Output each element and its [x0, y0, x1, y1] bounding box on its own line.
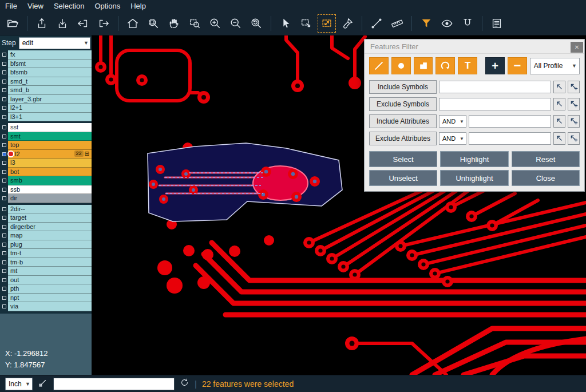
unhighlight-button[interactable]: Unhighlight [440, 170, 508, 186]
layer-row[interactable]: pth ⊞ [0, 284, 92, 294]
layer-row[interactable]: l3 ⊞ [0, 159, 92, 168]
layer-notes-icon[interactable] [488, 14, 506, 33]
pick-add-symbol-icon[interactable] [568, 98, 580, 110]
layer-visibility-checkbox[interactable] [0, 95, 8, 104]
layer-row[interactable]: tm-t ⊞ [0, 249, 92, 258]
layer-row[interactable]: smd_t ⊞ [0, 77, 92, 86]
import-down-icon[interactable] [53, 14, 72, 33]
layer-visibility-checkbox[interactable] [0, 60, 8, 69]
include-attributes-label[interactable]: Include Attributes [369, 114, 437, 128]
dialog-titlebar[interactable]: Features Filter ✕ [365, 39, 584, 54]
layer-row[interactable]: l2+1 ⊞ [0, 104, 92, 113]
menu-view[interactable]: View [27, 2, 43, 10]
layer-visibility-checkbox[interactable] [0, 113, 8, 122]
pad-feature-button[interactable] [391, 57, 411, 74]
layer-row[interactable]: sst ⊞ [0, 123, 92, 132]
layer-visibility-checkbox[interactable] [0, 141, 8, 150]
pick-add-attribute-icon[interactable] [568, 132, 580, 145]
paint-icon[interactable] [338, 14, 357, 33]
pick-add-symbol-icon[interactable] [568, 81, 580, 93]
layer-row[interactable]: l2 22 ⊞ [0, 150, 92, 159]
select-button[interactable]: Select [369, 151, 437, 167]
close-icon[interactable]: ✕ [571, 42, 583, 53]
layer-visibility-checkbox[interactable] [0, 267, 8, 276]
layer-visibility-checkbox[interactable] [0, 68, 8, 77]
open-folder-icon[interactable] [3, 14, 22, 33]
layer-row[interactable]: smb ⊞ [0, 176, 92, 185]
reset-button[interactable]: Reset [512, 151, 580, 167]
layer-visibility-checkbox[interactable] [0, 168, 8, 177]
exclude-attributes-label[interactable]: Exclude Attributes [369, 132, 437, 145]
layer-visibility-checkbox[interactable] [0, 104, 8, 113]
layer-row[interactable]: tm-b ⊞ [0, 258, 92, 267]
menu-selection[interactable]: Selection [54, 2, 84, 10]
layer-row[interactable]: bfsmt ⊞ [0, 60, 92, 69]
layer-visibility-checkbox[interactable] [0, 240, 8, 250]
layer-visibility-checkbox[interactable] [0, 258, 8, 267]
text-feature-button[interactable]: T [458, 57, 477, 74]
home-icon[interactable] [124, 14, 142, 33]
pick-add-attribute-icon[interactable] [568, 115, 580, 128]
layer-row[interactable]: mt ⊞ [0, 267, 92, 276]
select-rect-icon[interactable] [297, 14, 315, 33]
menu-options[interactable]: Options [94, 2, 120, 10]
layer-visibility-checkbox[interactable] [0, 77, 8, 86]
snap-angle-icon[interactable] [38, 378, 48, 390]
highlight-button[interactable]: Highlight [440, 151, 508, 167]
layer-row[interactable]: dirgerber ⊞ [0, 223, 92, 232]
layer-row[interactable]: via ⊞ [0, 302, 92, 311]
layer-row[interactable]: ssb ⊞ [0, 185, 92, 195]
layer-visibility-checkbox[interactable] [0, 249, 8, 258]
export-up-icon[interactable] [33, 14, 51, 33]
arc-feature-button[interactable] [435, 57, 455, 74]
include-attributes-input[interactable] [469, 115, 551, 128]
pcb-canvas[interactable]: Features Filter ✕ T [92, 35, 586, 375]
layer-visibility-checkbox[interactable] [0, 194, 8, 203]
menu-help[interactable]: Help [130, 2, 146, 10]
layer-visibility-checkbox[interactable] [0, 86, 8, 95]
zoom-selection-icon[interactable] [185, 14, 204, 33]
exclude-attributes-operator[interactable]: AND ▼ [439, 132, 466, 145]
surface-feature-button[interactable] [414, 57, 433, 74]
send-left-icon[interactable] [74, 14, 92, 33]
pick-symbol-icon[interactable] [553, 81, 565, 93]
layer-visibility-checkbox[interactable] [0, 159, 8, 168]
layer-row[interactable]: map ⊞ [0, 231, 92, 240]
layer-visibility-checkbox[interactable] [0, 132, 8, 141]
layer-row[interactable]: dir ⊞ [0, 194, 92, 203]
layer-visibility-checkbox[interactable] [0, 176, 8, 185]
pick-attribute-icon[interactable] [553, 132, 565, 145]
layer-row[interactable]: layer_3.gbr ⊞ [0, 95, 92, 104]
layer-row[interactable]: bfsmb ⊞ [0, 68, 92, 77]
exclude-symbols-input[interactable] [439, 98, 551, 110]
unit-select[interactable]: Inch ▼ [5, 378, 33, 390]
snap-icon[interactable] [458, 14, 477, 33]
layer-visibility-checkbox[interactable] [0, 284, 8, 294]
layer-visibility-checkbox[interactable] [0, 185, 8, 195]
zoom-reset-icon[interactable] [247, 14, 266, 33]
zoom-area-icon[interactable] [144, 14, 163, 33]
measure-distance-icon[interactable] [367, 14, 386, 33]
layer-row[interactable]: bot ⊞ [0, 168, 92, 177]
layer-visibility-checkbox[interactable] [0, 50, 8, 60]
pan-hand-icon[interactable] [165, 14, 183, 33]
pick-attribute-icon[interactable] [553, 115, 565, 128]
layer-visibility-checkbox[interactable] [0, 123, 8, 132]
layer-row[interactable]: out ⊞ [0, 276, 92, 285]
include-symbols-input[interactable] [439, 81, 551, 93]
pick-symbol-icon[interactable] [553, 98, 565, 110]
menu-file[interactable]: File [5, 2, 17, 10]
features-filter-icon[interactable] [417, 14, 435, 33]
layer-visibility-checkbox[interactable] [0, 302, 8, 311]
zoom-in-icon[interactable] [206, 14, 224, 33]
remove-filter-button[interactable]: − [508, 57, 527, 74]
step-select[interactable]: edit ▼ [19, 37, 90, 49]
send-right-icon[interactable] [94, 14, 113, 33]
include-symbols-label[interactable]: Include Symbols [369, 80, 437, 94]
layer-row[interactable]: target ⊞ [0, 213, 92, 223]
layer-row[interactable]: fx ⊞ [0, 50, 92, 60]
unselect-button[interactable]: Unselect [369, 170, 437, 186]
layer-row[interactable]: top ⊞ [0, 141, 92, 150]
layer-visibility-checkbox[interactable] [0, 205, 8, 214]
layer-visibility-checkbox[interactable] [0, 223, 8, 232]
